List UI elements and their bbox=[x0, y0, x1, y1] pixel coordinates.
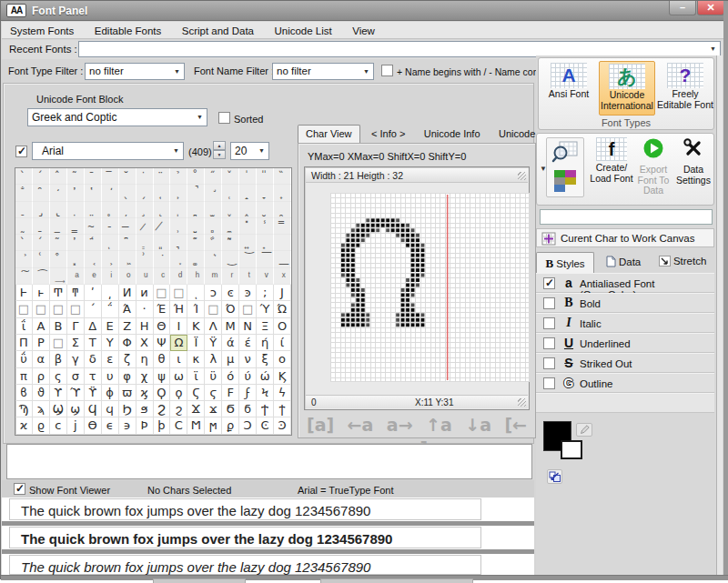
char-cell[interactable]: ͟ bbox=[274, 251, 291, 267]
char-cell[interactable]: ͵ bbox=[102, 285, 119, 301]
char-cell[interactable]: Ϊ bbox=[187, 335, 205, 351]
char-cell[interactable]: Ω bbox=[170, 335, 187, 351]
char-cell[interactable]: ϯ bbox=[274, 401, 291, 417]
nav-first-char-button[interactable]: [a] bbox=[307, 413, 334, 437]
resize-grip-icon[interactable] bbox=[518, 172, 526, 180]
char-cell[interactable]: ϣ bbox=[67, 401, 85, 417]
char-cell[interactable]: Ϙ bbox=[154, 385, 171, 401]
char-cell[interactable]: ͳ bbox=[67, 285, 85, 301]
char-cell[interactable]: ͢ bbox=[50, 268, 67, 285]
char-cell[interactable]: ͬ bbox=[222, 268, 239, 285]
char-cell[interactable]: ̱ bbox=[33, 218, 50, 235]
char-cell[interactable]: ͉ bbox=[170, 235, 187, 251]
char-cell[interactable]: □ bbox=[33, 301, 50, 317]
char-cell[interactable]: Ͼ bbox=[257, 417, 274, 434]
menu-item-script-and-data[interactable]: Script and Data bbox=[174, 24, 262, 36]
spinner-up-icon[interactable]: ▲ bbox=[213, 141, 226, 150]
nav-up-char-button[interactable]: ↑a bbox=[426, 413, 452, 437]
char-cell[interactable]: ̓ bbox=[67, 235, 85, 251]
char-cell[interactable]: ͏ bbox=[274, 235, 291, 251]
char-cell[interactable]: □ bbox=[205, 301, 222, 317]
char-cell[interactable]: ͺ bbox=[187, 285, 205, 301]
char-cell[interactable]: ̇ bbox=[136, 168, 154, 185]
char-cell[interactable]: ; bbox=[257, 285, 274, 301]
char-cell[interactable]: ̔ bbox=[85, 185, 102, 201]
char-cell[interactable]: Η bbox=[136, 318, 154, 335]
char-cell[interactable]: Ν bbox=[239, 318, 257, 335]
char-cell[interactable]: ͊ bbox=[187, 235, 205, 251]
char-cell[interactable]: ϒ bbox=[50, 385, 67, 401]
char-cell[interactable]: ̞ bbox=[257, 185, 274, 201]
title-bar[interactable]: AA Font Panel – ✕ bbox=[1, 1, 727, 21]
char-cell[interactable]: ͗ bbox=[136, 251, 154, 267]
char-cell[interactable]: ̭ bbox=[239, 202, 257, 218]
tab-data[interactable]: Data bbox=[596, 252, 651, 273]
char-cell[interactable]: □ bbox=[50, 301, 67, 317]
char-cell[interactable]: ̌ bbox=[222, 168, 239, 185]
char-cell[interactable]: ̕ bbox=[102, 185, 119, 201]
char-cell[interactable]: Θ bbox=[154, 318, 171, 335]
char-cell[interactable]: Ψ bbox=[154, 335, 171, 351]
char-cell[interactable]: ϩ bbox=[170, 401, 187, 417]
char-cell[interactable]: ξ bbox=[257, 351, 274, 367]
character-grid[interactable]: ̀ ́ ̂ ̃ ̄ ̅ ̆ ̇ ̈ ̉ ̊ ̋ ̌ ̍ ̎ ̏ ̐ ̑ ̒ ̓ … bbox=[15, 167, 292, 436]
char-cell[interactable]: ͅ bbox=[102, 235, 119, 251]
char-cell[interactable]: ̋ bbox=[205, 168, 222, 185]
show-font-viewer-checkbox[interactable] bbox=[14, 483, 25, 495]
char-cell[interactable]: ͒ bbox=[50, 251, 67, 267]
char-cell[interactable]: ͩ bbox=[170, 268, 187, 285]
char-cell[interactable]: ̤ bbox=[85, 202, 102, 218]
char-cell[interactable]: Ο bbox=[274, 318, 291, 335]
char-cell[interactable]: ̎ bbox=[257, 168, 274, 185]
char-cell[interactable]: ϥ bbox=[102, 401, 119, 417]
font-name-filter-dropdown[interactable]: no filter ▼ bbox=[272, 63, 374, 80]
char-cell[interactable]: α bbox=[33, 351, 50, 367]
char-cell[interactable]: ̼ bbox=[222, 218, 239, 235]
nav-block-start-button[interactable]: [← bbox=[504, 413, 527, 437]
char-cell[interactable]: ϟ bbox=[274, 385, 291, 401]
char-cell[interactable]: Ϋ bbox=[205, 335, 222, 351]
char-cell[interactable]: Υ bbox=[102, 335, 119, 351]
char-cell[interactable]: Π bbox=[15, 335, 33, 351]
char-cell[interactable]: ͪ bbox=[187, 268, 205, 285]
char-cell[interactable]: □ bbox=[67, 301, 85, 317]
char-cell[interactable]: ̟ bbox=[274, 185, 291, 201]
char-cell[interactable]: · bbox=[136, 301, 154, 317]
char-cell[interactable]: ͔ bbox=[85, 251, 102, 267]
char-cell[interactable]: ι bbox=[170, 351, 187, 367]
char-cell[interactable]: Ϟ bbox=[257, 385, 274, 401]
outline-checkbox[interactable] bbox=[543, 377, 555, 389]
char-cell[interactable]: υ bbox=[102, 368, 119, 385]
font-size-dropdown[interactable]: 20 ▼ bbox=[230, 142, 269, 160]
char-cell[interactable]: θ bbox=[154, 351, 171, 367]
char-cell[interactable]: Ͽ bbox=[274, 417, 291, 434]
char-cell[interactable]: ͆ bbox=[119, 235, 136, 251]
char-cell[interactable]: ̣ bbox=[67, 202, 85, 218]
char-cell[interactable]: ͙ bbox=[170, 251, 187, 267]
char-cell[interactable]: ̐ bbox=[15, 185, 33, 201]
nav-prev-char-button[interactable]: ←a bbox=[348, 413, 374, 437]
char-cell[interactable]: ̺ bbox=[187, 218, 205, 235]
char-cell[interactable]: π bbox=[15, 368, 33, 385]
char-cell[interactable]: φ bbox=[119, 368, 136, 385]
font-dropdown[interactable]: Arial ▼ bbox=[32, 142, 184, 160]
char-cell[interactable]: ͠ bbox=[15, 268, 33, 285]
char-cell[interactable]: ϻ bbox=[205, 417, 222, 434]
char-cell[interactable]: ̂ bbox=[50, 168, 67, 185]
swap-colors-button[interactable] bbox=[547, 469, 562, 484]
char-cell[interactable]: ϧ bbox=[136, 401, 154, 417]
char-cell[interactable]: σ bbox=[67, 368, 85, 385]
char-cell[interactable]: ̯ bbox=[274, 202, 291, 218]
char-cell[interactable]: ͤ bbox=[85, 268, 102, 285]
char-cell[interactable]: Ϸ bbox=[136, 417, 154, 434]
char-cell[interactable]: ϐ bbox=[15, 385, 33, 401]
font-enabled-checkbox[interactable] bbox=[15, 146, 27, 157]
tab-unicode-info[interactable]: Unicode Info bbox=[417, 126, 488, 139]
style-row-bold[interactable]: B Bold bbox=[536, 293, 714, 313]
char-cell[interactable]: ̪ bbox=[187, 202, 205, 218]
char-cell[interactable]: Ϡ bbox=[15, 401, 33, 417]
tab-styles[interactable]: B Styles bbox=[536, 252, 594, 273]
char-cell[interactable]: ί bbox=[274, 335, 291, 351]
char-cell[interactable]: ̢ bbox=[50, 202, 67, 218]
char-cell[interactable]: ͭ bbox=[239, 268, 257, 285]
